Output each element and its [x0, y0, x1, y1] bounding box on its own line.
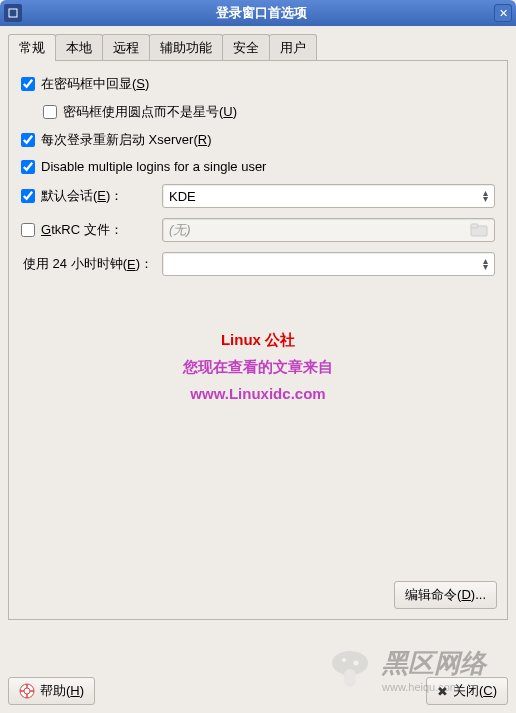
watermark-line3: www.Linuxidc.com	[21, 380, 495, 407]
window-content: 常规 本地 远程 辅助功能 安全 用户 在密码框中回显(S) 密码框使用圆点而不…	[0, 26, 516, 713]
chevron-updown-icon: ▴▾	[483, 258, 488, 270]
default-session-label: 默认会话(E)：	[41, 187, 123, 205]
window-title: 登录窗口首选项	[28, 4, 494, 22]
echo-password-checkbox[interactable]	[21, 77, 35, 91]
tab-users[interactable]: 用户	[269, 34, 317, 61]
gtkrc-row: GtkRC 文件： (无)	[21, 218, 495, 242]
svg-rect-2	[471, 224, 478, 228]
clock-row: 使用 24 小时时钟(E)： ▴▾	[21, 252, 495, 276]
svg-point-8	[354, 661, 359, 666]
chevron-updown-icon: ▴▾	[483, 190, 488, 202]
close-x-icon: ✖	[437, 684, 448, 699]
disable-multiple-checkbox[interactable]	[21, 160, 35, 174]
dots-not-stars-row: 密码框使用圆点而不是星号(U)	[43, 103, 495, 121]
default-session-value: KDE	[169, 189, 196, 204]
close-icon[interactable]: ✕	[494, 4, 512, 22]
disable-multiple-row: Disable multiple logins for a single use…	[21, 159, 495, 174]
help-button[interactable]: 帮助(H)	[8, 677, 95, 705]
default-session-select[interactable]: KDE ▴▾	[162, 184, 495, 208]
logo-text: 黑区网络	[382, 646, 486, 681]
gtkrc-file-input[interactable]: (无)	[162, 218, 495, 242]
tab-bar: 常规 本地 远程 辅助功能 安全 用户	[8, 34, 508, 61]
default-session-checkbox[interactable]	[21, 189, 35, 203]
dots-not-stars-label: 密码框使用圆点而不是星号(U)	[63, 103, 237, 121]
tab-security[interactable]: 安全	[222, 34, 270, 61]
edit-commands-button[interactable]: 编辑命令(D)...	[394, 581, 497, 609]
clock-label: 使用 24 小时时钟(E)：	[21, 255, 156, 273]
folder-icon	[470, 223, 488, 237]
gtkrc-placeholder: (无)	[169, 221, 191, 239]
clock-select[interactable]: ▴▾	[162, 252, 495, 276]
gtkrc-checkbox[interactable]	[21, 223, 35, 237]
window-menu-icon[interactable]	[4, 4, 22, 22]
watermark-line1: Linux 公社	[21, 326, 495, 353]
restart-xserver-checkbox[interactable]	[21, 133, 35, 147]
dots-not-stars-checkbox[interactable]	[43, 105, 57, 119]
watermark-text: Linux 公社 您现在查看的文章来自 www.Linuxidc.com	[21, 326, 495, 407]
watermark-line2: 您现在查看的文章来自	[21, 353, 495, 380]
disable-multiple-label: Disable multiple logins for a single use…	[41, 159, 266, 174]
bottom-bar: 帮助(H) ✖ 关闭(C)	[8, 677, 508, 705]
lifebuoy-icon	[19, 683, 35, 699]
titlebar: 登录窗口首选项 ✕	[0, 0, 516, 26]
restart-xserver-label: 每次登录重新启动 Xserver(R)	[41, 131, 211, 149]
close-button[interactable]: ✖ 关闭(C)	[426, 677, 508, 705]
tab-general[interactable]: 常规	[8, 34, 56, 61]
svg-point-5	[332, 651, 368, 675]
default-session-label-group: 默认会话(E)：	[21, 187, 156, 205]
default-session-row: 默认会话(E)： KDE ▴▾	[21, 184, 495, 208]
restart-xserver-row: 每次登录重新启动 Xserver(R)	[21, 131, 495, 149]
svg-rect-0	[9, 9, 17, 17]
gtkrc-label-group: GtkRC 文件：	[21, 221, 156, 239]
echo-password-label: 在密码框中回显(S)	[41, 75, 149, 93]
echo-password-row: 在密码框中回显(S)	[21, 75, 495, 93]
svg-point-4	[24, 688, 30, 694]
svg-point-7	[342, 658, 346, 662]
tab-panel-general: 在密码框中回显(S) 密码框使用圆点而不是星号(U) 每次登录重新启动 Xser…	[8, 60, 508, 620]
tab-accessibility[interactable]: 辅助功能	[149, 34, 223, 61]
tab-local[interactable]: 本地	[55, 34, 103, 61]
gtkrc-label: GtkRC 文件：	[41, 221, 123, 239]
tab-remote[interactable]: 远程	[102, 34, 150, 61]
